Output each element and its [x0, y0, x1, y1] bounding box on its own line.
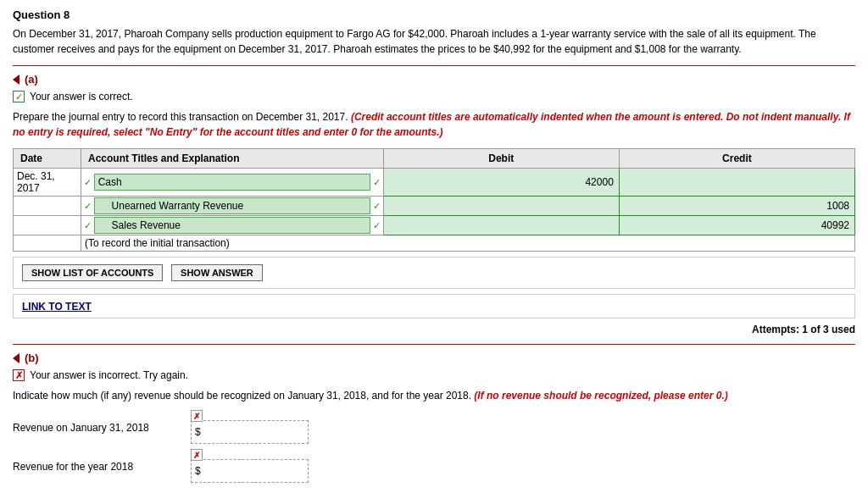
incorrect-row: ✗ Your answer is incorrect. Try again. [13, 369, 855, 381]
correct-row: ✓ Your answer is correct. [13, 91, 855, 102]
revenue-year-input[interactable] [203, 463, 304, 479]
col-header-date: Date [14, 149, 81, 169]
table-row: ✓ ✓ [14, 216, 855, 235]
section-divider-b [13, 344, 855, 345]
debit-input-2[interactable] [387, 198, 615, 213]
link-to-text-section: LINK TO TEXT [13, 294, 855, 318]
debit-input-1[interactable] [387, 174, 615, 190]
collapse-triangle-a[interactable] [13, 75, 19, 85]
col-header-debit: Debit [383, 149, 619, 169]
collapse-triangle-b[interactable] [13, 353, 19, 363]
link-to-text-button[interactable]: LINK TO TEXT [22, 301, 92, 313]
part-b-italic: (If no revenue should be recognized, ple… [474, 390, 727, 402]
attempts-row: Attempts: 1 of 3 used [13, 324, 855, 335]
check-icon-1b: ✓ [370, 177, 383, 188]
correct-checkmark: ✓ [13, 91, 25, 102]
check-icon-2: ✓ [81, 201, 94, 212]
check-icon-1: ✓ [81, 177, 94, 188]
dollar-year: $ [195, 465, 201, 477]
table-note-row: (To record the initial transaction) [14, 235, 855, 252]
col-header-credit: Credit [619, 149, 854, 169]
debit-input-3[interactable] [387, 218, 615, 233]
show-answer-button[interactable]: SHOW ANSWER [171, 264, 263, 281]
revenue-jan-label: Revenue on January 31, 2018 [13, 422, 182, 434]
credit-input-1[interactable] [623, 174, 851, 190]
journal-table: Date Account Titles and Explanation Debi… [13, 148, 855, 252]
revenue-year-label: Revenue for the year 2018 [13, 461, 182, 473]
check-icon-3b: ✓ [370, 220, 383, 231]
note-date [14, 235, 81, 252]
x-check-jan: ✗ [191, 410, 203, 422]
part-a-instruction: Prepare the journal entry to record this… [13, 109, 855, 140]
incorrect-x: ✗ [13, 369, 25, 381]
date-cell-1: Dec. 31, 2017 [14, 169, 81, 197]
part-b-label: (b) [25, 352, 39, 364]
correct-text: Your answer is correct. [30, 91, 133, 102]
col-header-account: Account Titles and Explanation [81, 149, 384, 169]
revenue-jan-input[interactable] [203, 424, 304, 440]
part-b-instruction: Indicate how much (if any) revenue shoul… [13, 388, 855, 403]
part-a-label: (a) [25, 73, 38, 86]
buttons-section: SHOW LIST OF ACCOUNTS SHOW ANSWER [13, 257, 855, 289]
date-cell-3 [14, 216, 81, 235]
date-cell-2 [14, 197, 81, 216]
part-b-header: (b) [13, 352, 855, 364]
credit-input-3[interactable] [623, 218, 851, 233]
check-icon-2b: ✓ [370, 201, 383, 212]
part-a-header: (a) [13, 73, 855, 86]
attempts-text: Attempts: 1 of 3 used [752, 324, 855, 335]
dollar-jan: $ [195, 426, 201, 438]
check-icon-3: ✓ [81, 220, 94, 231]
credit-input-2[interactable] [623, 198, 851, 213]
revenue-jan-row: Revenue on January 31, 2018 ✗ $ [13, 412, 855, 444]
table-row: Dec. 31, 2017 ✓ ✓ [14, 169, 855, 197]
part-b-section: (b) ✗ Your answer is incorrect. Try agai… [13, 352, 855, 483]
account-input-1[interactable] [94, 174, 370, 191]
show-list-button[interactable]: SHOW LIST OF ACCOUNTS [22, 264, 163, 281]
revenue-year-row: Revenue for the year 2018 ✗ $ [13, 451, 855, 483]
question-title: Question 8 [13, 8, 855, 21]
note-text: (To record the initial transaction) [81, 235, 855, 252]
question-description: On December 31, 2017, Pharoah Company se… [13, 26, 855, 57]
incorrect-text: Your answer is incorrect. Try again. [30, 369, 188, 381]
account-input-2[interactable] [94, 197, 370, 214]
section-divider [13, 65, 855, 66]
x-check-year: ✗ [191, 449, 203, 461]
table-row: ✓ ✓ [14, 197, 855, 216]
account-input-3[interactable] [94, 217, 370, 234]
